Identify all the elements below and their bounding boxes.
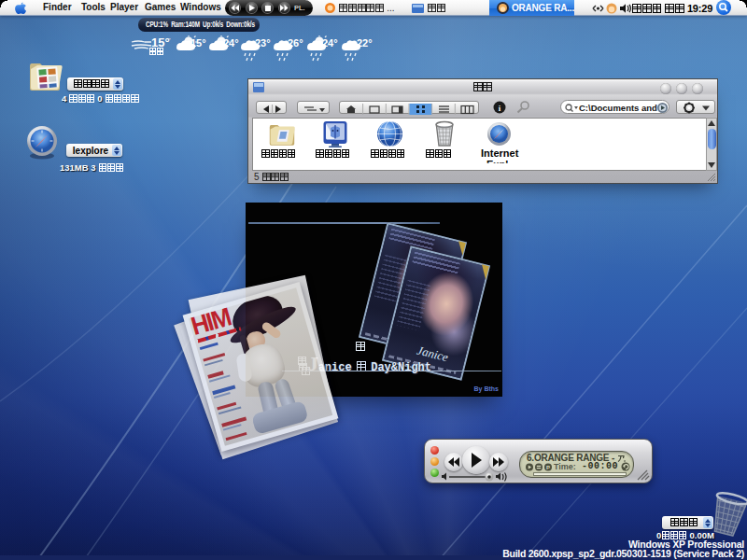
svg-text:P: P — [546, 465, 550, 470]
